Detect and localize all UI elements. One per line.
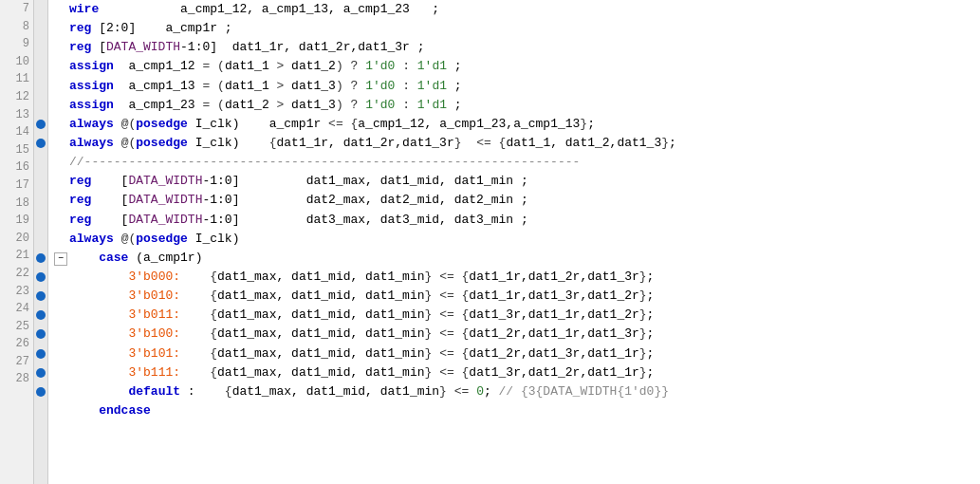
line-15: //--------------------------------------… <box>54 153 980 172</box>
bp-19[interactable] <box>34 230 47 249</box>
bp-13[interactable] <box>34 115 47 134</box>
line-25: 3'b101: {dat1_max, dat1_mid, dat1_min} <… <box>54 344 980 363</box>
bp-27[interactable] <box>34 382 47 401</box>
bp-7[interactable] <box>34 0 47 19</box>
line-27: default : {dat1_max, dat1_mid, dat1_min}… <box>54 382 980 401</box>
bp-12[interactable] <box>34 96 47 115</box>
line-22: 3'b010: {dat1_max, dat1_mid, dat1_min} <… <box>54 287 980 306</box>
fold-icon-20[interactable]: − <box>54 252 67 266</box>
line-23: 3'b011: {dat1_max, dat1_mid, dat1_min} <… <box>54 306 980 325</box>
line-26: 3'b111: {dat1_max, dat1_mid, dat1_min} <… <box>54 363 980 382</box>
bp-18[interactable] <box>34 211 47 230</box>
bp-20[interactable] <box>34 249 47 268</box>
line-16: reg [DATA_WIDTH-1:0] dat1_max, dat1_mid,… <box>54 172 980 191</box>
line-7: wire a_cmp1_12, a_cmp1_13, a_cmp1_23 ; <box>54 0 980 19</box>
bp-16[interactable] <box>34 172 47 191</box>
bp-25[interactable] <box>34 344 47 363</box>
line-20: − case (a_cmp1r) <box>54 249 980 268</box>
bp-23[interactable] <box>34 306 47 325</box>
bp-14[interactable] <box>34 134 47 153</box>
line-number-gutter: 7 8 9 10 11 12 13 14 15 16 17 18 19 20 2… <box>0 0 34 484</box>
bp-17[interactable] <box>34 191 47 210</box>
line-21: 3'b000: {dat1_max, dat1_mid, dat1_min} <… <box>54 268 980 287</box>
bp-9[interactable] <box>34 38 47 57</box>
bp-15[interactable] <box>34 153 47 172</box>
bp-28[interactable] <box>34 401 47 420</box>
line-28: endcase <box>54 401 980 420</box>
line-12: assign a_cmp1_23 = (dat1_2 > dat1_3) ? 1… <box>54 96 980 115</box>
bp-8[interactable] <box>34 19 47 38</box>
bp-24[interactable] <box>34 325 47 344</box>
bp-21[interactable] <box>34 268 47 287</box>
bp-11[interactable] <box>34 77 47 96</box>
line-10: assign a_cmp1_12 = (dat1_1 > dat1_2) ? 1… <box>54 57 980 76</box>
line-9: reg [DATA_WIDTH-1:0] dat1_1r, dat1_2r,da… <box>54 38 980 57</box>
code-editor: 7 8 9 10 11 12 13 14 15 16 17 18 19 20 2… <box>0 0 980 484</box>
line-11: assign a_cmp1_13 = (dat1_1 > dat1_3) ? 1… <box>54 77 980 96</box>
line-19: always @(posedge I_clk) <box>54 230 980 249</box>
line-24: 3'b100: {dat1_max, dat1_mid, dat1_min} <… <box>54 325 980 344</box>
line-14: always @(posedge I_clk) {dat1_1r, dat1_2… <box>54 134 980 153</box>
breakpoint-gutter <box>34 0 48 484</box>
line-18: reg [DATA_WIDTH-1:0] dat3_max, dat3_mid,… <box>54 211 980 230</box>
line-17: reg [DATA_WIDTH-1:0] dat2_max, dat2_mid,… <box>54 191 980 210</box>
code-content: wire a_cmp1_12, a_cmp1_13, a_cmp1_23 ; r… <box>48 0 980 484</box>
bp-10[interactable] <box>34 57 47 76</box>
line-13: always @(posedge I_clk) a_cmp1r <= {a_cm… <box>54 115 980 134</box>
line-8: reg [2:0] a_cmp1r ; <box>54 19 980 38</box>
bp-22[interactable] <box>34 287 47 306</box>
bp-26[interactable] <box>34 363 47 382</box>
